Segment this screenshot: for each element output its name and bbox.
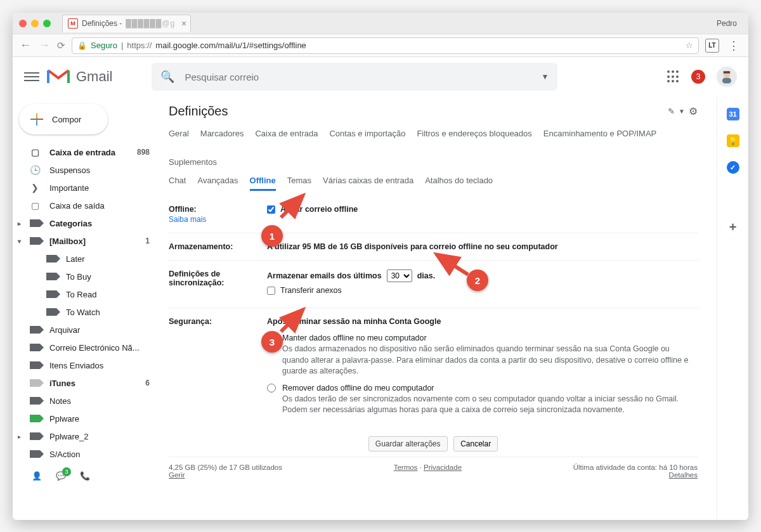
expand-icon[interactable]: ▸ bbox=[18, 220, 21, 227]
gmail-logo-icon bbox=[47, 68, 70, 86]
keep-data-title: Manter dados offline no meu computador bbox=[282, 334, 698, 342]
reload-button[interactable]: ⟳ bbox=[57, 40, 65, 51]
tab-v-rias-caixas-de-entrada[interactable]: Várias caixas de entrada bbox=[323, 172, 413, 191]
tab-avan-adas[interactable]: Avançadas bbox=[197, 172, 238, 191]
cancel-button[interactable]: Cancelar bbox=[453, 436, 498, 451]
sync-label: Definições de sincronização: bbox=[169, 269, 224, 287]
back-button[interactable]: ← bbox=[19, 39, 32, 52]
forward-button[interactable]: → bbox=[38, 39, 51, 52]
remove-data-desc: Os dados terão de ser sincronizados nova… bbox=[282, 394, 698, 416]
terms-link[interactable]: Termos bbox=[394, 464, 418, 471]
expand-icon[interactable]: ▾ bbox=[18, 238, 21, 245]
sidebar-item-suspensos[interactable]: 🕒Suspensos bbox=[13, 161, 160, 179]
close-tab-icon[interactable]: × bbox=[181, 18, 186, 29]
tab-temas[interactable]: Temas bbox=[287, 172, 311, 191]
sidebar-item-label: To Read bbox=[66, 290, 96, 299]
maximize-window-button[interactable] bbox=[43, 20, 51, 27]
browser-profile-name[interactable]: Pedro bbox=[717, 19, 742, 28]
extension-button[interactable]: LT bbox=[705, 39, 719, 53]
main-menu-button[interactable] bbox=[24, 69, 39, 84]
account-avatar[interactable] bbox=[717, 67, 737, 87]
browser-tab[interactable]: M Definições - ██████@g × bbox=[62, 15, 191, 32]
tab-caixa-de-entrada[interactable]: Caixa de entrada bbox=[255, 125, 318, 142]
dropdown-caret-icon[interactable]: ▼ bbox=[679, 108, 685, 115]
security-label: Segurança: bbox=[169, 317, 212, 326]
learn-more-link[interactable]: Saiba mais bbox=[169, 215, 267, 224]
tab-encaminhamento-e-pop-imap[interactable]: Encaminhamento e POP/IMAP bbox=[543, 125, 656, 142]
last-activity: Última atividade da conta: há 10 horas bbox=[573, 464, 698, 471]
tab-geral[interactable]: Geral bbox=[169, 125, 189, 142]
tasks-addon-icon[interactable]: ✓ bbox=[727, 161, 739, 174]
browser-toolbar: ← → ⟳ 🔒 Seguro | https://mail.google.com… bbox=[13, 34, 748, 57]
sidebar-item-arquivar[interactable]: Arquivar bbox=[13, 321, 160, 339]
section-sync: Definições de sincronização: Armazenar e… bbox=[169, 261, 698, 308]
label-icon bbox=[29, 379, 41, 387]
search-input[interactable] bbox=[185, 72, 541, 82]
sidebar-item-correio-electr-nico-n-[interactable]: Correio Electrónico Nã... bbox=[13, 339, 160, 356]
manage-storage-link[interactable]: Gerir bbox=[169, 471, 185, 479]
sidebar-item-importante[interactable]: ❯Importante bbox=[13, 179, 160, 197]
label-icon bbox=[46, 290, 57, 298]
sidebar-item-notes[interactable]: Notes bbox=[13, 392, 160, 410]
tab-chat[interactable]: Chat bbox=[169, 172, 186, 191]
bookmark-star-icon[interactable]: ☆ bbox=[686, 41, 693, 50]
compose-button[interactable]: Compor bbox=[19, 104, 108, 134]
sidebar-item-label: To Buy bbox=[66, 272, 91, 282]
sidebar-item--mailbox-[interactable]: ▾[Mailbox]1 bbox=[13, 232, 160, 250]
hangouts-icon[interactable]: 💬 bbox=[56, 471, 66, 481]
sidebar-item-label: Caixa de entrada bbox=[49, 148, 115, 157]
tab-marcadores[interactable]: Marcadores bbox=[200, 125, 244, 142]
sync-days-select[interactable]: 30 bbox=[387, 269, 412, 282]
sidebar-item-caixa-de-sa-da[interactable]: ▢Caixa de saída bbox=[13, 197, 160, 214]
enable-offline-checkbox[interactable] bbox=[267, 205, 275, 214]
close-window-button[interactable] bbox=[19, 20, 27, 27]
expand-icon[interactable]: ▸ bbox=[18, 433, 21, 440]
label-icon bbox=[46, 273, 57, 280]
notifications-badge[interactable]: 3 bbox=[691, 70, 705, 84]
sidebar-item-to-read[interactable]: To Read bbox=[13, 285, 160, 303]
sidebar-item-itunes[interactable]: iTunes6 bbox=[13, 374, 160, 392]
search-options-button[interactable]: ▼ bbox=[542, 72, 549, 81]
tab-filtros-e-endere-os-bloqueados[interactable]: Filtros e endereços bloqueados bbox=[417, 125, 531, 142]
tab-offline[interactable]: Offline bbox=[250, 172, 276, 191]
gmail-favicon-icon: M bbox=[68, 18, 78, 29]
address-bar[interactable]: 🔒 Seguro | https://mail.google.com/mail/… bbox=[72, 37, 699, 54]
keep-addon-icon[interactable]: 💡 bbox=[727, 134, 739, 147]
sidebar-item-caixa-de-entrada[interactable]: ▢Caixa de entrada898 bbox=[13, 143, 160, 161]
tab-atalhos-do-teclado[interactable]: Atalhos do teclado bbox=[425, 172, 493, 191]
download-attachments-checkbox[interactable] bbox=[267, 287, 275, 295]
privacy-link[interactable]: Privacidade bbox=[424, 464, 462, 471]
sidebar-item-pplware-2[interactable]: ▸Pplware_2 bbox=[13, 427, 160, 445]
storage-text: A utilizar 95 MB de 16 GB disponíveis pa… bbox=[267, 242, 558, 251]
edit-icon[interactable]: ✎ bbox=[668, 107, 675, 116]
browser-menu-button[interactable]: ⋮ bbox=[725, 39, 742, 53]
keep-data-radio[interactable] bbox=[267, 334, 276, 342]
sidebar-item-label: Itens Enviados bbox=[49, 361, 103, 370]
svg-rect-2 bbox=[724, 71, 731, 74]
tab-contas-e-importa-o[interactable]: Contas e importação bbox=[329, 125, 405, 142]
minimize-window-button[interactable] bbox=[31, 20, 39, 27]
tab-suplementos[interactable]: Suplementos bbox=[169, 153, 217, 171]
phone-icon[interactable]: 📞 bbox=[80, 471, 90, 481]
sidebar-item-to-watch[interactable]: To Watch bbox=[13, 303, 160, 321]
offline-label: Offline: bbox=[169, 205, 197, 214]
sidebar-item-itens-enviados[interactable]: Itens Enviados bbox=[13, 356, 160, 374]
label-icon bbox=[29, 450, 41, 458]
compose-label: Compor bbox=[52, 115, 81, 124]
sidebar-item-later[interactable]: Later bbox=[13, 250, 160, 268]
google-apps-button[interactable] bbox=[667, 70, 680, 83]
gear-icon[interactable]: ⚙ bbox=[689, 105, 698, 117]
sidebar-item-s-action[interactable]: S/Action bbox=[13, 445, 160, 463]
contacts-icon[interactable]: 👤 bbox=[32, 471, 42, 481]
details-link[interactable]: Detalhes bbox=[669, 471, 698, 479]
url-path: mail.google.com/mail/u/1/#settings/offli… bbox=[155, 41, 306, 50]
add-addon-button[interactable]: + bbox=[727, 221, 739, 233]
remove-data-radio[interactable] bbox=[267, 384, 276, 393]
sidebar-item-to-buy[interactable]: To Buy bbox=[13, 268, 160, 285]
sidebar-item-categorias[interactable]: ▸Categorias bbox=[13, 214, 160, 232]
sidebar-item-pplware[interactable]: Pplware bbox=[13, 410, 160, 427]
save-button[interactable]: Guardar alterações bbox=[368, 436, 448, 451]
calendar-addon-icon[interactable]: 31 bbox=[727, 108, 739, 120]
search-box[interactable]: 🔍 ▼ bbox=[152, 63, 557, 91]
label-icon bbox=[29, 219, 41, 227]
